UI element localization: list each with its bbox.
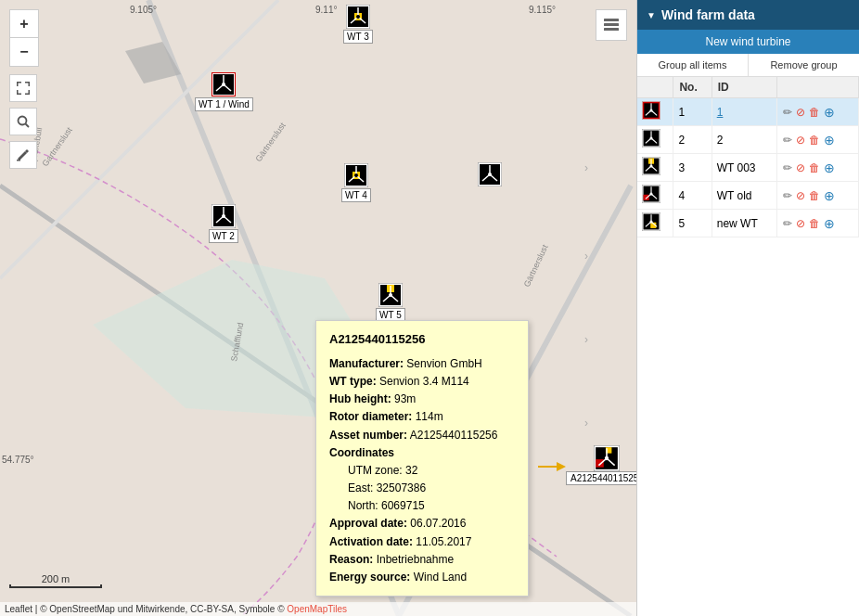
row-actions: ✏ ⊘ 🗑 ⊕ xyxy=(776,182,858,210)
col-no: No. xyxy=(673,77,712,98)
svg-point-23 xyxy=(19,117,27,125)
edit-icon[interactable]: ✏ xyxy=(782,216,793,231)
cancel-icon[interactable]: ⊘ xyxy=(795,105,806,120)
table-row[interactable]: 3WT 003 ✏ ⊘ 🗑 ⊕ xyxy=(637,154,859,182)
zoom-out-button[interactable]: − xyxy=(10,38,38,66)
turbine-wt3[interactable]: WT 3 xyxy=(343,5,373,44)
svg-rect-16 xyxy=(17,82,19,86)
add-icon[interactable]: ⊕ xyxy=(823,160,836,176)
table-row[interactable]: 4WT old ✏ ⊘ 🗑 ⊕ xyxy=(637,182,859,210)
svg-point-61 xyxy=(389,293,392,297)
turbine-unmarked[interactable] xyxy=(478,162,502,186)
turbine-wt1[interactable]: WT 1 / Wind xyxy=(195,72,253,111)
group-all-items-button[interactable]: Group all items xyxy=(637,54,749,76)
svg-point-84 xyxy=(649,109,652,111)
remove-group-button[interactable]: Remove group xyxy=(749,54,859,76)
edit-icon[interactable]: ✏ xyxy=(782,160,793,175)
row-number: 2 xyxy=(673,126,712,154)
scale-line xyxy=(9,584,102,588)
svg-point-54 xyxy=(354,173,358,177)
popup-energy: Energy source: Wind Land xyxy=(329,569,515,586)
edit-icon[interactable]: ✏ xyxy=(782,105,793,120)
row-number: 3 xyxy=(673,154,712,182)
attribution-link[interactable]: OpenMapTiles xyxy=(287,604,347,614)
sidebar-title: Wind farm data xyxy=(661,7,755,22)
turbine-wt5[interactable]: WT 5 xyxy=(376,283,405,322)
edit-icon[interactable]: ✏ xyxy=(782,133,793,148)
row-number: 4 xyxy=(673,182,712,210)
svg-point-67 xyxy=(488,173,492,176)
table-row[interactable]: 22 ✏ ⊘ 🗑 ⊕ xyxy=(637,126,859,154)
cancel-icon[interactable]: ⊘ xyxy=(795,160,806,175)
delete-icon[interactable]: 🗑 xyxy=(808,216,821,231)
turbine-wt4[interactable]: WT 4 xyxy=(341,163,371,202)
turbine-wt2[interactable]: WT 2 xyxy=(209,204,238,243)
popup-rotor-diameter: Rotor diameter: 114m xyxy=(329,408,515,426)
callout-label: A2125440115256 xyxy=(566,471,636,485)
row-actions: ✏ ⊘ 🗑 ⊕ xyxy=(776,154,858,182)
layer-button[interactable] xyxy=(596,9,627,41)
row-number: 5 xyxy=(673,210,712,237)
svg-point-97 xyxy=(649,164,652,167)
svg-rect-25 xyxy=(17,160,20,161)
turbine-wt3-label: WT 3 xyxy=(343,30,373,44)
add-icon[interactable]: ⊕ xyxy=(823,104,836,121)
delete-icon[interactable]: 🗑 xyxy=(808,188,821,203)
zoom-in-button[interactable]: + xyxy=(10,10,38,38)
row-id: 1 xyxy=(712,98,776,126)
svg-text:›: › xyxy=(584,250,588,263)
cancel-icon[interactable]: ⊘ xyxy=(795,216,806,231)
svg-point-40 xyxy=(222,214,225,218)
scale-bar: 200 m xyxy=(9,573,102,588)
popup-manufacturer: Manufacturer: Senvion GmbH xyxy=(329,355,515,373)
new-wind-turbine-button[interactable]: New wind turbine xyxy=(637,30,859,54)
delete-icon[interactable]: 🗑 xyxy=(808,133,821,148)
add-icon[interactable]: ⊕ xyxy=(823,132,836,148)
draw-button[interactable] xyxy=(9,141,37,169)
sidebar-header: ▼ Wind farm data xyxy=(637,0,859,30)
row-turbine-icon xyxy=(637,210,673,237)
popup-reason: Reason: Inbetriebnahme xyxy=(329,551,515,569)
row-turbine-icon xyxy=(637,182,673,210)
svg-point-111 xyxy=(649,220,652,223)
turbine-callout: A2125440115256 xyxy=(566,445,636,485)
svg-rect-28 xyxy=(604,28,619,31)
row-number: 1 xyxy=(673,98,712,126)
map-container[interactable]: Gartnerslust Gärtnerslust Schafflund Gär… xyxy=(0,0,636,616)
svg-text:Gartnerslust: Gartnerslust xyxy=(40,125,74,168)
svg-text:›: › xyxy=(584,161,588,174)
row-actions: ✏ ⊘ 🗑 ⊕ xyxy=(776,98,858,126)
delete-icon[interactable]: 🗑 xyxy=(808,160,821,175)
cancel-icon[interactable]: ⊘ xyxy=(795,188,806,203)
turbine-table: No. ID 11 ✏ ⊘ 🗑 ⊕ xyxy=(637,77,859,237)
popup-approval: Approval date: 06.07.2016 xyxy=(329,515,515,533)
svg-point-47 xyxy=(356,15,360,19)
svg-rect-100 xyxy=(644,195,649,200)
turbine-wt4-label: WT 4 xyxy=(341,188,371,202)
edit-icon[interactable]: ✏ xyxy=(782,188,793,203)
table-row[interactable]: 11 ✏ ⊘ 🗑 ⊕ xyxy=(637,98,859,126)
col-actions xyxy=(776,77,858,98)
row-actions: ✏ ⊘ 🗑 ⊕ xyxy=(776,210,858,237)
row-turbine-icon xyxy=(637,98,673,126)
row-id: WT 003 xyxy=(712,154,776,182)
map-attribution: Leaflet | © OpenStreetMap und Mitwirkend… xyxy=(0,602,636,616)
add-icon[interactable]: ⊕ xyxy=(823,215,836,232)
fullscreen-button[interactable] xyxy=(9,74,37,102)
svg-rect-18 xyxy=(29,82,31,86)
svg-rect-70 xyxy=(596,459,605,468)
row-turbine-icon xyxy=(637,154,673,182)
turbine-wt2-label: WT 2 xyxy=(209,229,238,243)
coord-top-left: 9.105° xyxy=(130,5,157,15)
table-row[interactable]: 5new WT ✏ ⊘ 🗑 ⊕ xyxy=(637,210,859,237)
delete-icon[interactable]: 🗑 xyxy=(808,105,821,120)
add-icon[interactable]: ⊕ xyxy=(823,187,836,204)
popup-north: North: 6069715 xyxy=(348,497,515,515)
search-button[interactable] xyxy=(9,108,37,135)
svg-point-90 xyxy=(649,136,652,139)
row-id: WT old xyxy=(712,182,776,210)
attribution-text: Leaflet | © OpenStreetMap und Mitwirkend… xyxy=(5,604,287,614)
row-id: new WT xyxy=(712,210,776,237)
cancel-icon[interactable]: ⊘ xyxy=(795,133,806,148)
svg-text:Gärtnerslust: Gärtnerslust xyxy=(253,121,288,163)
